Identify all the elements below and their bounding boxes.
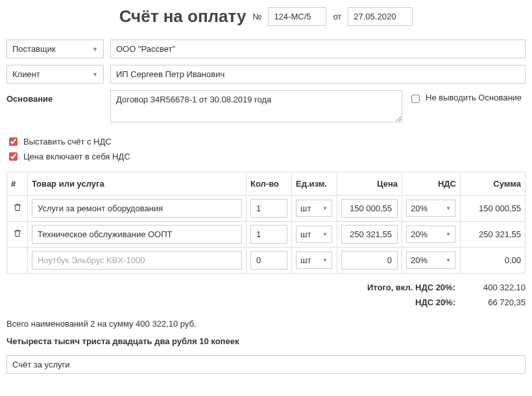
col-qty: Кол-во xyxy=(247,172,292,196)
item-unit-value: шт xyxy=(300,229,311,239)
with-vat-label: Выставить счёт с НДС xyxy=(23,137,112,146)
invoice-number-input[interactable] xyxy=(268,7,326,26)
col-vat: НДС xyxy=(402,172,461,196)
vat-total-value: 66 720,35 xyxy=(467,297,526,307)
summary-line: Всего наименований 2 на сумму 400 322,10… xyxy=(6,319,526,329)
item-unit-value: шт xyxy=(300,204,311,213)
item-vat-value: 20% xyxy=(411,229,428,239)
number-label: № xyxy=(252,12,261,21)
supplier-role-label: Поставщик xyxy=(12,44,56,54)
col-sum: Сумма xyxy=(461,172,526,196)
item-qty-input[interactable] xyxy=(250,199,287,218)
caret-down-icon: ▼ xyxy=(446,205,451,211)
col-num: # xyxy=(7,172,28,196)
invoice-date-input[interactable] xyxy=(348,7,413,26)
date-label: от xyxy=(333,12,341,21)
item-sum: 250 321,55 xyxy=(461,222,526,248)
item-unit-select[interactable]: шт ▼ xyxy=(296,200,332,217)
item-price-input[interactable] xyxy=(341,225,398,244)
client-role-label: Клиент xyxy=(12,69,40,79)
client-role-select[interactable]: Клиент ▼ xyxy=(6,65,104,84)
trash-icon[interactable] xyxy=(13,229,22,238)
caret-down-icon: ▼ xyxy=(322,205,328,211)
items-table: # Товар или услуга Кол-во Ед.изм. Цена Н… xyxy=(6,172,526,274)
item-qty-input[interactable] xyxy=(250,225,287,244)
supplier-name-input[interactable] xyxy=(110,40,526,58)
item-price-input[interactable] xyxy=(341,251,398,270)
item-qty-input[interactable] xyxy=(250,251,287,270)
item-name-input[interactable] xyxy=(32,225,242,244)
item-vat-value: 20% xyxy=(411,204,428,213)
item-sum: 0,00 xyxy=(461,248,526,274)
item-price-input[interactable] xyxy=(341,199,398,218)
item-unit-select[interactable]: шт ▼ xyxy=(296,251,332,269)
page-title: Счёт на оплату xyxy=(119,6,247,27)
price-includes-vat-checkbox[interactable] xyxy=(9,152,18,161)
item-vat-select[interactable]: 20% ▼ xyxy=(406,226,455,243)
supplier-role-select[interactable]: Поставщик ▼ xyxy=(6,40,104,58)
item-vat-select[interactable]: 20% ▼ xyxy=(406,200,455,217)
col-unit: Ед.изм. xyxy=(292,172,337,196)
table-row: шт ▼ 20% ▼ 0,00 xyxy=(7,248,526,274)
vat-total-label: НДС 20%: xyxy=(415,297,455,307)
caret-down-icon: ▼ xyxy=(446,257,451,263)
basis-textarea[interactable] xyxy=(110,90,402,122)
caret-down-icon: ▼ xyxy=(322,231,328,237)
hide-basis-label: Не выводить Основание xyxy=(426,93,522,102)
summary-words: Четыреста тысяч триста двадцать два рубл… xyxy=(6,336,526,346)
table-row: шт ▼ 20% ▼ 150 000,55 xyxy=(7,196,526,222)
note-input[interactable] xyxy=(6,355,526,374)
table-row: шт ▼ 20% ▼ 250 321,55 xyxy=(7,222,526,248)
with-vat-checkbox[interactable] xyxy=(9,137,18,146)
price-includes-vat-label: Цена включает в себя НДС xyxy=(23,152,130,161)
item-name-input[interactable] xyxy=(32,199,242,218)
total-label: Итого, вкл. НДС 20%: xyxy=(367,283,455,292)
hide-basis-checkbox[interactable] xyxy=(411,95,420,103)
total-value: 400 322,10 xyxy=(467,283,526,292)
item-name-input[interactable] xyxy=(32,251,242,270)
item-sum: 150 000,55 xyxy=(461,196,526,222)
col-price: Цена xyxy=(337,172,402,196)
caret-down-icon: ▼ xyxy=(446,231,451,237)
caret-down-icon: ▼ xyxy=(322,257,328,263)
item-vat-value: 20% xyxy=(411,255,428,265)
caret-down-icon: ▼ xyxy=(92,46,98,52)
item-unit-value: шт xyxy=(300,255,311,265)
trash-icon[interactable] xyxy=(13,203,22,212)
item-vat-select[interactable]: 20% ▼ xyxy=(406,251,455,269)
caret-down-icon: ▼ xyxy=(92,71,98,78)
basis-label: Основание xyxy=(6,90,104,122)
item-unit-select[interactable]: шт ▼ xyxy=(296,226,332,243)
client-name-input[interactable] xyxy=(110,65,526,84)
col-item: Товар или услуга xyxy=(28,172,247,196)
